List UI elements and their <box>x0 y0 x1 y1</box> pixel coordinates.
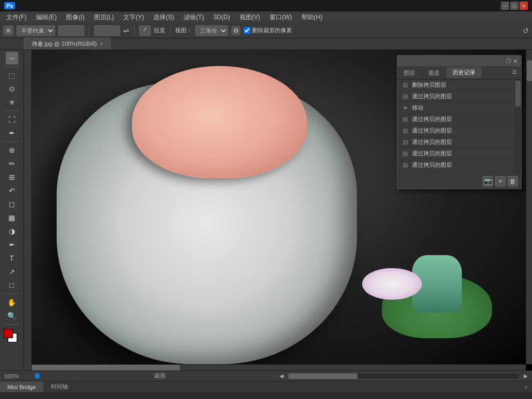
shape-tool[interactable]: □ <box>6 279 18 291</box>
menu-help[interactable]: 帮助(H) <box>297 12 327 23</box>
status-scroll-area[interactable] <box>288 373 520 379</box>
menu-file[interactable]: 文件(F) <box>2 12 31 23</box>
straighten-btn[interactable]: ⤢ <box>139 25 151 36</box>
history-item-8[interactable]: ➤ 移动 <box>397 171 521 173</box>
tab-mini-bridge[interactable]: Mini Bridge <box>0 381 44 392</box>
width-input[interactable] <box>58 25 84 36</box>
constraint-select[interactable]: 不受约束 <box>17 25 55 36</box>
title-bar: Ps ─ □ ✕ <box>0 0 532 11</box>
move-tool[interactable]: ↔ <box>6 52 18 64</box>
horizontal-scrollbar[interactable] <box>32 364 526 370</box>
swap-icon[interactable]: ⇌ <box>123 26 129 35</box>
stamp-tool[interactable]: ⊞ <box>6 171 18 183</box>
history-item-5[interactable]: ▤ 通过拷贝的图层 <box>397 137 521 148</box>
ps-logo: Ps <box>4 2 15 9</box>
vertical-scrollbar[interactable] <box>526 50 532 364</box>
status-next-btn[interactable]: ▶ <box>524 373 528 379</box>
tab-layers[interactable]: 图层 <box>397 67 422 79</box>
path-tool[interactable]: ↗ <box>6 265 18 278</box>
new-snapshot-btn[interactable]: 📷 <box>483 176 493 187</box>
horizontal-scroll-thumb[interactable] <box>32 365 180 370</box>
zoom-tool[interactable]: 🔍 <box>6 310 18 322</box>
delete-pixels-label: 删除裁剪的像素 <box>244 26 292 34</box>
tool-sep-5 <box>4 324 20 325</box>
menu-select[interactable]: 选择(S) <box>149 12 178 23</box>
color-picker[interactable] <box>3 328 21 347</box>
minimize-button[interactable]: ─ <box>501 2 509 10</box>
status-scroll-thumb[interactable] <box>288 374 357 379</box>
menu-edit[interactable]: 编辑(E) <box>32 12 61 23</box>
history-item-4[interactable]: ▤ 通过拷贝的图层 <box>397 125 521 137</box>
dodge-tool[interactable]: ◑ <box>6 225 18 237</box>
history-panel-titlebar[interactable]: ❐ ✕ <box>397 56 521 67</box>
history-scrollbar[interactable] <box>515 79 521 173</box>
tools-panel: ↔ ⬚ ⊙ ✳ ⛶ ✒ ⊕ ✏ ⊞ ↶ ◻ ▦ ◑ ✒ T ↗ □ ✋ 🔍 <box>0 50 24 370</box>
crop-tool[interactable]: ⛶ <box>6 113 18 126</box>
menu-view[interactable]: 视图(V) <box>235 12 264 23</box>
lotus-flower <box>362 268 422 300</box>
menu-window[interactable]: 窗口(W) <box>265 12 296 23</box>
menu-filter[interactable]: 滤镜(T) <box>179 12 208 23</box>
healing-tool[interactable]: ⊕ <box>6 144 18 156</box>
panel-close-icon[interactable]: ✕ <box>513 58 518 65</box>
history-icon-6: ▤ <box>402 150 409 157</box>
lasso-tool[interactable]: ⊙ <box>6 83 18 95</box>
window-controls: ─ □ ✕ <box>501 2 528 10</box>
history-item-3[interactable]: ▤ 通过拷贝的图层 <box>397 114 521 125</box>
view-label: 视图： <box>175 26 192 34</box>
history-item-0[interactable]: ▤ 删除拷贝图层 <box>397 79 521 91</box>
tab-history[interactable]: 历史记录 <box>446 67 482 79</box>
tool-sep-2 <box>4 111 20 111</box>
reset-icon[interactable]: ↺ <box>523 26 529 35</box>
brush-tool[interactable]: ✏ <box>6 157 18 170</box>
history-label-6: 通过拷贝的图层 <box>412 150 452 157</box>
pen-tool[interactable]: ✒ <box>6 238 18 251</box>
type-tool[interactable]: T <box>6 252 18 264</box>
tab-timeline[interactable]: 时间轴 <box>44 381 76 392</box>
history-label-0: 删除拷贝图层 <box>412 81 446 89</box>
history-brush-tool[interactable]: ↶ <box>6 184 18 197</box>
gradient-tool[interactable]: ▦ <box>6 211 18 224</box>
maximize-button[interactable]: □ <box>510 2 518 10</box>
new-state-btn[interactable]: + <box>495 176 506 187</box>
history-label-8: 移动 <box>412 172 423 173</box>
history-label-7: 通过拷贝的图层 <box>412 161 452 169</box>
status-prev-btn[interactable]: ◀ <box>280 373 284 379</box>
height-input[interactable] <box>94 25 120 36</box>
menu-bar: 文件(F) 编辑(E) 图像(I) 图层(L) 文字(Y) 选择(S) 滤镜(T… <box>0 11 532 23</box>
zoom-info-icon: 🔵 <box>34 373 41 379</box>
marquee-tool[interactable]: ⬚ <box>6 69 18 82</box>
delete-pixels-checkbox[interactable] <box>244 27 250 34</box>
close-button[interactable]: ✕ <box>520 2 528 10</box>
magic-wand-tool[interactable]: ✳ <box>6 96 18 109</box>
file-tab-name: 禅趣.jpg @ 100%(RGB/8) <box>32 40 97 48</box>
panel-menu-icon[interactable]: ☰ <box>508 67 521 79</box>
tab-close-icon[interactable]: × <box>100 41 103 47</box>
foreground-color-box[interactable] <box>4 329 13 338</box>
menu-3d[interactable]: 3D(D) <box>209 12 234 22</box>
gear-icon[interactable]: ⚙ <box>231 26 241 35</box>
crop-options-icon: ⊞ <box>3 25 14 36</box>
panel-collapse-icon[interactable]: ❐ <box>506 58 511 64</box>
eyedropper-tool[interactable]: ✒ <box>6 127 18 139</box>
menu-layer[interactable]: 图层(L) <box>90 12 118 23</box>
tab-channels[interactable]: 通道 <box>422 67 446 79</box>
history-item-7[interactable]: ▤ 通过拷贝的图层 <box>397 159 521 171</box>
options-bar: ⊞ 不受约束 ⇌ ⤢ 拉直 视图： 三等分 ⚙ 删除裁剪的像素 ↺ <box>0 23 532 38</box>
history-item-6[interactable]: ▤ 通过拷贝的图层 <box>397 148 521 159</box>
history-item-2[interactable]: ➤ 移动 <box>397 102 521 114</box>
vertical-scroll-thumb[interactable] <box>527 60 532 81</box>
canvas-area: ❐ ✕ 图层 通道 历史记录 ☰ ▤ 删除拷贝图层 ▤ 通过拷贝的图层 <box>24 50 532 370</box>
hand-tool[interactable]: ✋ <box>6 296 18 309</box>
eraser-tool[interactable]: ◻ <box>6 198 18 210</box>
file-tab[interactable]: 禅趣.jpg @ 100%(RGB/8) × <box>24 38 111 49</box>
history-icon-0: ▤ <box>402 82 409 89</box>
delete-state-btn[interactable]: 🗑 <box>508 176 518 187</box>
main-area: ↔ ⬚ ⊙ ✳ ⛶ ✒ ⊕ ✏ ⊞ ↶ ◻ ▦ ◑ ✒ T ↗ □ ✋ 🔍 <box>0 50 532 370</box>
menu-type[interactable]: 文字(Y) <box>119 12 148 23</box>
history-icon-7: ▤ <box>402 162 409 169</box>
history-scroll-thumb[interactable] <box>515 81 521 107</box>
menu-image[interactable]: 图像(I) <box>62 12 88 23</box>
history-item-1[interactable]: ▤ 通过拷贝的图层 <box>397 91 521 102</box>
view-select[interactable]: 三等分 <box>195 25 228 36</box>
